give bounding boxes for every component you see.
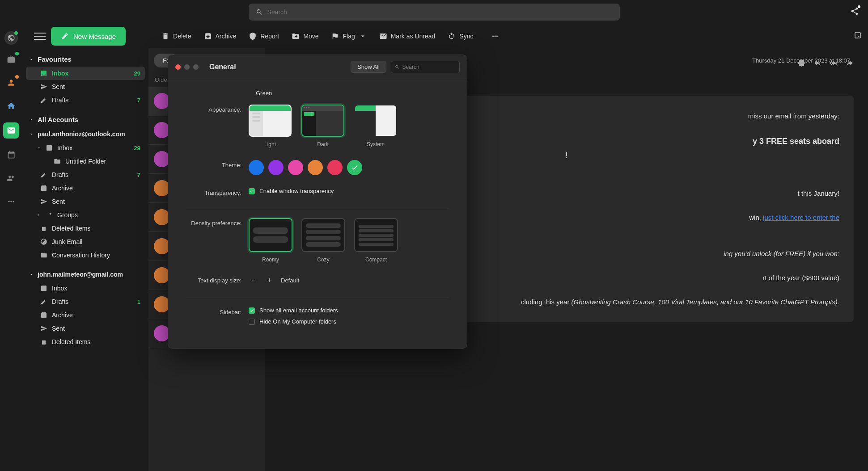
archive-icon — [204, 32, 212, 40]
close-window-button[interactable] — [175, 64, 181, 70]
rail-home[interactable] — [4, 99, 18, 113]
sync-button[interactable]: Sync — [448, 32, 473, 40]
account2-section[interactable]: john.mailmeteor@gmail.com — [26, 267, 145, 282]
compose-icon — [61, 32, 69, 40]
panel-icon — [854, 31, 862, 39]
decrease-size-button[interactable]: − — [249, 275, 258, 285]
rail-briefcase[interactable] — [4, 53, 18, 66]
selected-color-name: Green — [256, 90, 449, 97]
theme-color-swatch[interactable] — [249, 160, 264, 175]
app-rail — [0, 48, 22, 471]
theme-color-swatch[interactable] — [268, 160, 284, 175]
panel-toggle[interactable] — [854, 31, 862, 41]
enter-link[interactable]: just click here to enter the — [763, 214, 839, 221]
rail-people[interactable] — [4, 172, 18, 185]
folder-drafts-fav[interactable]: Drafts 7 — [26, 93, 145, 107]
sent-icon — [40, 198, 47, 205]
folder-sidebar: Favourites Inbox 29 Sent Drafts 7 — [22, 48, 148, 471]
search-icon — [395, 64, 400, 70]
rail-mail-active[interactable] — [3, 122, 19, 139]
folder-sent2[interactable]: Sent — [26, 322, 145, 335]
modal-search-input[interactable] — [402, 64, 456, 70]
appearance-light[interactable]: Light — [249, 105, 292, 147]
folder-inbox2[interactable]: Inbox — [26, 282, 145, 295]
report-button[interactable]: Report — [249, 32, 279, 40]
rail-person[interactable] — [4, 76, 18, 89]
inbox-icon — [46, 144, 53, 151]
density-compact[interactable]: Compact — [354, 218, 398, 263]
folder-sent-fav[interactable]: Sent — [26, 80, 145, 93]
density-roomy[interactable]: Roomy — [249, 218, 292, 263]
folder-drafts[interactable]: Drafts 7 — [26, 168, 145, 181]
minimize-window-button[interactable] — [184, 64, 190, 70]
modal-titlebar: General Show All — [168, 55, 467, 79]
appearance-system[interactable]: System — [354, 105, 397, 147]
folder-inbox-fav[interactable]: Inbox 29 — [26, 67, 145, 80]
trash-icon — [161, 32, 169, 40]
archive-icon — [40, 185, 47, 192]
theme-color-swatch[interactable] — [327, 160, 343, 175]
mark-unread-button[interactable]: Mark as Unread — [379, 32, 436, 40]
folder-archive2[interactable]: Archive — [26, 308, 145, 322]
folder-icon — [40, 252, 47, 259]
new-message-button[interactable]: New Message — [51, 27, 126, 46]
junk-icon — [40, 238, 47, 245]
flag-button[interactable]: Flag — [331, 32, 366, 40]
settings-modal: General Show All Green Appearance: Light — [168, 55, 467, 349]
drafts-icon — [40, 171, 47, 178]
trash-icon — [40, 225, 47, 232]
hide-computer-folders-checkbox[interactable] — [249, 319, 255, 325]
archive-button[interactable]: Archive — [204, 32, 237, 40]
chevron-down-icon — [29, 57, 34, 62]
folder-deleted[interactable]: Deleted Items — [26, 222, 145, 235]
folder-deleted2[interactable]: Deleted Items — [26, 335, 145, 349]
theme-color-swatch[interactable] — [308, 160, 323, 175]
folder-icon — [54, 158, 61, 165]
chevron-down-icon — [359, 32, 367, 40]
more-button[interactable] — [491, 32, 499, 40]
folder-sent[interactable]: Sent — [26, 195, 145, 208]
global-search[interactable] — [249, 4, 620, 21]
folder-untitled[interactable]: Untitled Folder — [26, 155, 145, 168]
chevron-down-icon — [29, 272, 34, 277]
folder-conversation[interactable]: Conversation History — [26, 248, 145, 262]
sync-icon — [448, 32, 456, 40]
appearance-dark[interactable]: Dark — [301, 105, 344, 147]
move-button[interactable]: Move — [292, 32, 318, 40]
increase-size-button[interactable]: + — [265, 275, 275, 285]
favourites-section[interactable]: Favourites — [26, 52, 145, 67]
search-input[interactable] — [267, 8, 613, 16]
mail-icon — [379, 32, 387, 40]
text-size-label: Text display size: — [186, 275, 249, 284]
hamburger-menu[interactable] — [34, 30, 46, 42]
theme-color-swatch[interactable] — [288, 160, 303, 175]
globe-icon[interactable] — [4, 31, 18, 45]
chevron-down-icon — [29, 131, 34, 137]
topbar — [0, 0, 868, 24]
density-cozy[interactable]: Cozy — [301, 218, 345, 263]
sidebar-label: Sidebar: — [186, 307, 249, 315]
all-accounts-section[interactable]: All Accounts — [26, 112, 145, 127]
inbox-icon — [40, 285, 47, 292]
folder-junk[interactable]: Junk Email — [26, 235, 145, 248]
delete-button[interactable]: Delete — [161, 32, 191, 40]
theme-color-swatch[interactable] — [347, 160, 362, 175]
inbox-icon — [40, 70, 47, 77]
flag-icon — [331, 32, 339, 40]
appearance-label: Appearance: — [186, 105, 249, 113]
rail-more[interactable] — [4, 195, 18, 208]
show-all-folders-checkbox[interactable] — [249, 307, 255, 314]
folder-drafts2[interactable]: Drafts 1 — [26, 295, 145, 308]
rail-calendar[interactable] — [4, 148, 18, 162]
folder-archive[interactable]: Archive — [26, 181, 145, 195]
maximize-window-button[interactable] — [193, 64, 199, 70]
transparency-checkbox[interactable] — [249, 188, 255, 194]
account1-section[interactable]: paul.anthonioz@outlook.com — [26, 127, 145, 141]
shield-icon — [249, 32, 257, 40]
folder-inbox[interactable]: Inbox 29 — [26, 141, 145, 155]
share-button[interactable] — [850, 7, 859, 17]
folder-groups[interactable]: Groups — [26, 208, 145, 222]
modal-search[interactable] — [391, 61, 460, 73]
modal-title: General — [209, 63, 236, 71]
show-all-button[interactable]: Show All — [351, 61, 386, 73]
